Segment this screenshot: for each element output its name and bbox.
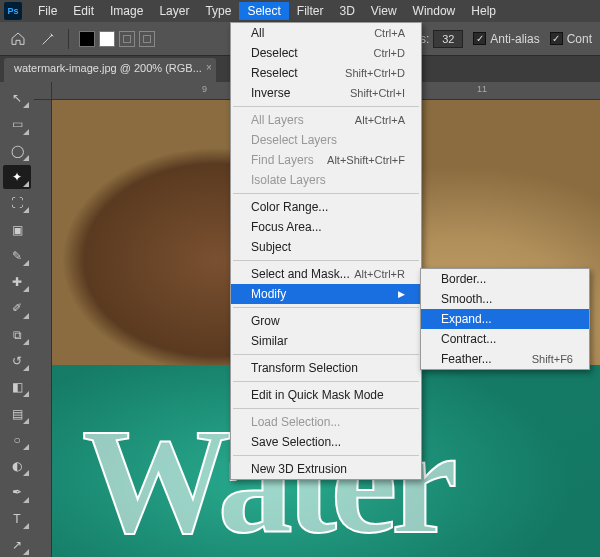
clone-stamp-tool[interactable]: ⧉ (3, 323, 31, 347)
selection-add-icon[interactable] (99, 31, 115, 47)
rect-marquee-tool[interactable]: ▭ (3, 112, 31, 136)
crop-tool[interactable]: ⛶ (3, 191, 31, 215)
menu-separator (233, 260, 419, 261)
menubar: Ps FileEditImageLayerTypeSelectFilter3DV… (0, 0, 600, 22)
menu-item-focus-area[interactable]: Focus Area... (231, 217, 421, 237)
dodge-tool[interactable]: ◐ (3, 454, 31, 478)
submenu-item-border[interactable]: Border... (421, 269, 589, 289)
submenu-item-smooth[interactable]: Smooth... (421, 289, 589, 309)
ruler-vertical[interactable] (34, 100, 52, 557)
frame-tool[interactable]: ▣ (3, 217, 31, 241)
menu-select[interactable]: Select (239, 2, 288, 20)
menu-item-shortcut: Ctrl+D (374, 47, 405, 59)
menu-filter[interactable]: Filter (289, 2, 332, 20)
menu-item-label: Expand... (441, 312, 492, 326)
submenu-item-contract[interactable]: Contract... (421, 329, 589, 349)
submenu-item-expand[interactable]: Expand... (421, 309, 589, 329)
menu-item-label: Transform Selection (251, 361, 358, 375)
menu-item-subject[interactable]: Subject (231, 237, 421, 257)
menu-item-label: Color Range... (251, 200, 328, 214)
menu-type[interactable]: Type (197, 2, 239, 20)
tolerance-input[interactable] (433, 30, 463, 48)
select-menu-dropdown: AllCtrl+ADeselectCtrl+DReselectShift+Ctr… (230, 22, 422, 480)
ruler-corner (34, 82, 52, 100)
menu-item-deselect[interactable]: DeselectCtrl+D (231, 43, 421, 63)
menu-item-all-layers: All LayersAlt+Ctrl+A (231, 110, 421, 130)
menu-item-label: Modify (251, 287, 286, 301)
menu-item-select-and-mask[interactable]: Select and Mask...Alt+Ctrl+R (231, 264, 421, 284)
menu-item-label: New 3D Extrusion (251, 462, 347, 476)
menu-image[interactable]: Image (102, 2, 151, 20)
brush-tool[interactable]: ✐ (3, 296, 31, 320)
menu-item-shortcut: Alt+Ctrl+R (354, 268, 405, 280)
menu-separator (233, 354, 419, 355)
history-brush-tool[interactable]: ↺ (3, 349, 31, 373)
selection-intersect-icon[interactable] (139, 31, 155, 47)
menu-item-shortcut: Shift+Ctrl+D (345, 67, 405, 79)
menu-item-modify[interactable]: Modify▶ (231, 284, 421, 304)
menu-item-deselect-layers: Deselect Layers (231, 130, 421, 150)
menu-item-label: Edit in Quick Mask Mode (251, 388, 384, 402)
menu-item-color-range[interactable]: Color Range... (231, 197, 421, 217)
selection-new-icon[interactable] (79, 31, 95, 47)
eraser-tool[interactable]: ◧ (3, 375, 31, 399)
healing-brush-tool[interactable]: ✚ (3, 270, 31, 294)
antialias-checkbox[interactable]: Anti-alias (473, 32, 539, 46)
pen-tool[interactable]: ✒ (3, 480, 31, 504)
menu-window[interactable]: Window (405, 2, 464, 20)
close-icon[interactable]: × (206, 62, 212, 73)
menu-item-isolate-layers: Isolate Layers (231, 170, 421, 190)
menu-item-label: Smooth... (441, 292, 492, 306)
chevron-right-icon: ▶ (398, 289, 405, 299)
menu-view[interactable]: View (363, 2, 405, 20)
path-select-tool[interactable]: ↗ (3, 533, 31, 557)
menu-item-save-selection[interactable]: Save Selection... (231, 432, 421, 452)
menu-item-similar[interactable]: Similar (231, 331, 421, 351)
menu-item-label: Save Selection... (251, 435, 341, 449)
menu-file[interactable]: File (30, 2, 65, 20)
menu-item-label: Reselect (251, 66, 298, 80)
menu-help[interactable]: Help (463, 2, 504, 20)
menu-item-all[interactable]: AllCtrl+A (231, 23, 421, 43)
menu-item-shortcut: Alt+Shift+Ctrl+F (327, 154, 405, 166)
gradient-tool[interactable]: ▤ (3, 401, 31, 425)
menu-edit[interactable]: Edit (65, 2, 102, 20)
menu-item-label: All (251, 26, 264, 40)
menu-item-label: Border... (441, 272, 486, 286)
menu-item-label: Find Layers (251, 153, 314, 167)
wand-icon[interactable] (38, 29, 58, 49)
menu-item-transform-selection[interactable]: Transform Selection (231, 358, 421, 378)
menu-layer[interactable]: Layer (151, 2, 197, 20)
menu-3d[interactable]: 3D (331, 2, 362, 20)
type-tool[interactable]: T (3, 507, 31, 531)
menu-item-grow[interactable]: Grow (231, 311, 421, 331)
submenu-item-feather[interactable]: Feather...Shift+F6 (421, 349, 589, 369)
menu-item-find-layers: Find LayersAlt+Shift+Ctrl+F (231, 150, 421, 170)
menu-item-inverse[interactable]: InverseShift+Ctrl+I (231, 83, 421, 103)
menu-item-edit-in-quick-mask-mode[interactable]: Edit in Quick Mask Mode (231, 385, 421, 405)
menu-item-shortcut: Shift+F6 (532, 353, 573, 365)
menu-item-label: Load Selection... (251, 415, 340, 429)
ruler-mark: 11 (477, 84, 487, 94)
menu-separator (233, 307, 419, 308)
menu-item-new-3d-extrusion[interactable]: New 3D Extrusion (231, 459, 421, 479)
selection-mode-group (79, 31, 155, 47)
contiguous-label: Cont (567, 32, 592, 46)
menu-separator (233, 408, 419, 409)
contiguous-checkbox[interactable]: Cont (550, 32, 592, 46)
menu-item-reselect[interactable]: ReselectShift+Ctrl+D (231, 63, 421, 83)
app-logo: Ps (4, 2, 22, 20)
magic-wand-tool[interactable]: ✦ (3, 165, 31, 189)
menu-item-load-selection: Load Selection... (231, 412, 421, 432)
menu-item-label: Select and Mask... (251, 267, 350, 281)
menu-item-label: Inverse (251, 86, 290, 100)
antialias-label: Anti-alias (490, 32, 539, 46)
blur-tool[interactable]: ○ (3, 428, 31, 452)
selection-subtract-icon[interactable] (119, 31, 135, 47)
move-tool[interactable]: ↖ (3, 86, 31, 110)
eyedropper-tool[interactable]: ✎ (3, 244, 31, 268)
menu-item-label: Contract... (441, 332, 496, 346)
document-tab[interactable]: watermark-image.jpg @ 200% (RGB... × (4, 58, 216, 82)
home-icon[interactable] (8, 29, 28, 49)
lasso-tool[interactable]: ◯ (3, 139, 31, 163)
